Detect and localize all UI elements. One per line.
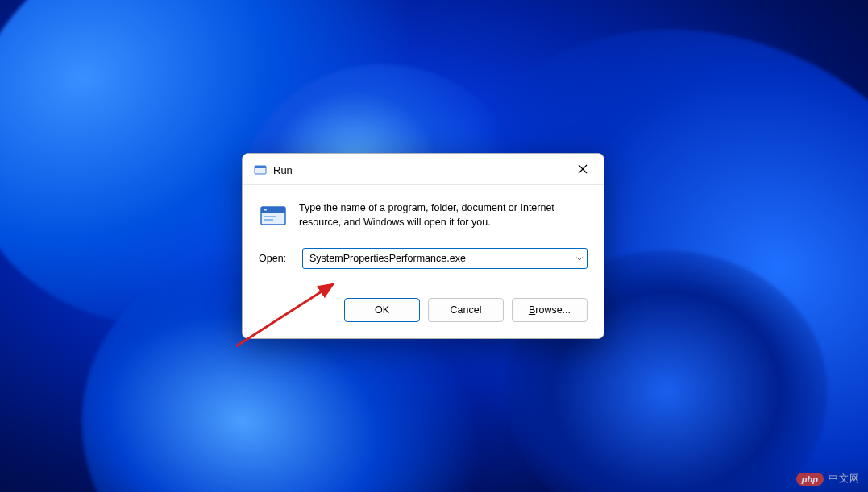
- open-input[interactable]: [302, 248, 588, 269]
- cancel-button[interactable]: Cancel: [428, 298, 504, 322]
- run-app-icon: [259, 201, 288, 230]
- run-dialog: Run Type the name of a p: [242, 153, 604, 339]
- titlebar-left: Run: [254, 163, 293, 176]
- titlebar[interactable]: Run: [243, 154, 604, 185]
- close-button[interactable]: [573, 160, 592, 180]
- input-row: Open:: [259, 248, 588, 269]
- open-combobox[interactable]: [302, 248, 588, 269]
- open-label: Open:: [259, 253, 289, 264]
- dialog-title: Run: [273, 164, 293, 176]
- dialog-content: Type the name of a program, folder, docu…: [243, 185, 604, 298]
- watermark: php 中文网: [796, 472, 860, 486]
- browse-button[interactable]: Browse...: [512, 298, 588, 322]
- close-icon: [578, 163, 588, 176]
- dialog-description: Type the name of a program, folder, docu…: [299, 201, 588, 230]
- run-icon: [254, 163, 267, 176]
- button-row: OK Cancel Browse...: [243, 298, 604, 338]
- svg-rect-1: [255, 166, 266, 168]
- ok-button[interactable]: OK: [344, 298, 420, 322]
- watermark-logo: php: [796, 473, 824, 486]
- svg-rect-6: [264, 209, 267, 211]
- watermark-text: 中文网: [829, 472, 860, 486]
- description-row: Type the name of a program, folder, docu…: [259, 201, 588, 230]
